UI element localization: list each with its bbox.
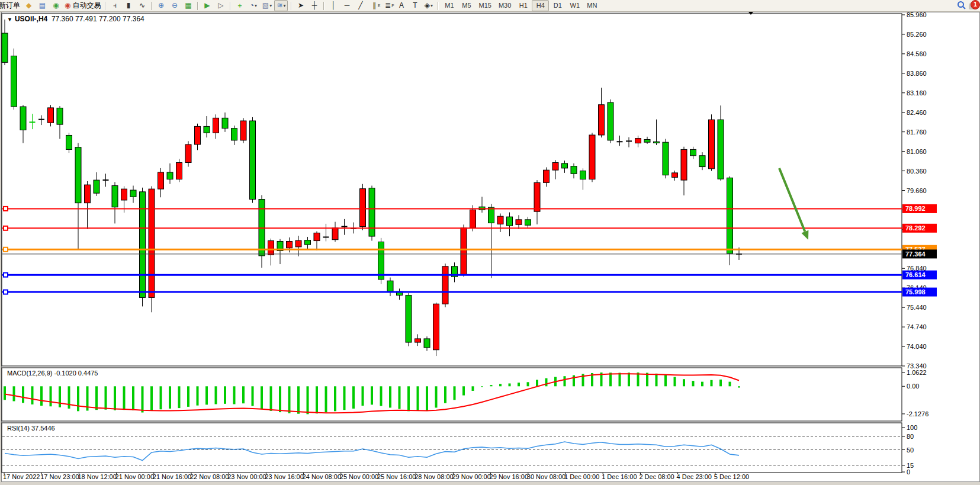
candle [259,200,265,256]
candle [544,170,550,182]
zoom-out-button[interactable]: ⊖ [168,1,181,11]
horizontal-line-button[interactable]: ─ [340,1,353,11]
shapes-dropdown-glyph: ◈ [425,1,430,11]
funds-icon[interactable]: ◆ [23,1,35,11]
template-button[interactable]: ▧▾ [261,1,273,11]
time-label: 2 Dec 08:00 [639,473,674,480]
candle [571,166,577,174]
price-tick-label: 83.860 [907,70,927,77]
bar-chart-icon[interactable]: ⫞ [108,1,121,11]
candle [240,121,246,140]
candle [213,118,219,133]
timeframe-mn[interactable]: MN [583,0,600,11]
candle [406,296,412,342]
candle [727,178,733,253]
candle [507,217,513,226]
rsi-tick-label: 80 [907,433,914,440]
fibonacci-button[interactable]: ≣F [381,1,394,11]
tile-windows-icon[interactable]: ▦ [182,1,194,11]
price-line-badge-label: 75.998 [905,288,926,296]
toolbar-separator [197,2,198,10]
reports-icon[interactable]: ▤ [36,1,49,11]
notification-bubble-icon[interactable]: 1 [969,2,978,9]
funds-icon-glyph: ◆ [26,1,31,11]
time-label: 1 Dec 00:00 [564,473,599,480]
template-glyph: ▧ [262,1,269,11]
candle [149,189,155,297]
signal-icon[interactable]: ◉ [50,1,62,11]
candle [442,266,448,304]
candle [470,210,476,228]
time-label: 23 Nov 00:00 [227,473,266,480]
timeframe-w1[interactable]: W1 [566,0,583,11]
candle-chart-icon-glyph: ▮ [127,1,131,11]
timeframe-h4[interactable]: H4 [532,0,549,11]
line-handle[interactable] [4,207,8,211]
reports-icon-glyph: ▤ [39,1,46,11]
price-tick-label: 74.040 [907,343,927,350]
cursor-glyph: ➤ [298,1,304,11]
chart-shift-button[interactable]: ▷ [214,1,227,11]
timeframe-m15[interactable]: M15 [475,0,494,11]
line-handle[interactable] [4,226,8,230]
text-button[interactable]: A [395,1,407,11]
zoom-out-glyph: ⊖ [172,1,178,11]
candle [424,339,430,348]
line-chart-icon[interactable]: ∿ [136,1,148,11]
toolbar-separator [105,2,105,10]
candle-chart-icon[interactable]: ▮ [122,1,134,11]
timeframe-m5[interactable]: M5 [458,0,475,11]
candle [635,139,641,143]
timeframe-d1[interactable]: D1 [549,0,566,11]
timeframe-m1[interactable]: M1 [441,0,458,11]
timeframe-h1[interactable]: H1 [515,0,532,11]
notification-badge[interactable]: 1 [971,0,980,9]
line-handle[interactable] [4,248,8,252]
add-indicator-button[interactable]: ＋ [233,1,246,11]
line-handle[interactable] [4,273,8,277]
label-glyph: T [413,1,417,11]
macd-tick-label: 1.0622 [907,369,927,376]
line-handle[interactable] [4,290,8,294]
zoom-in-button[interactable]: ⊕ [155,1,167,11]
period-button[interactable]: ◔▾ [247,1,259,11]
time-label: 30 Nov 08:00 [527,473,565,480]
timeframe-m30[interactable]: M30 [495,0,515,11]
candle [387,281,393,291]
candle [222,118,228,128]
channel-button[interactable]: ∥E [368,1,380,11]
candle [20,107,26,130]
candle [663,142,669,175]
candle [654,142,660,143]
shapes-dropdown[interactable]: ◈▾ [422,1,435,11]
vertical-line-button[interactable]: │ [327,1,339,11]
search-icon[interactable] [957,1,966,10]
candle [130,190,136,197]
indicator-window-button[interactable]: ≋▾ [274,0,288,11]
toolbar: 新订单◆▤◉◉自动交易⫞▮∿⊕⊖▦▶▷＋◔▾▧▾≋▾➤┼│─╱∥E≣FAT◈▾M… [0,0,980,12]
candle [489,207,494,223]
crosshair-button[interactable]: ┼ [308,1,320,11]
bar-chart-icon-glyph: ⫞ [113,1,117,11]
crosshair-glyph: ┼ [312,1,317,11]
candle [140,192,146,298]
trendline-button[interactable]: ╱ [354,1,367,11]
auto-scroll-button[interactable]: ▶ [201,1,213,11]
new-order-button[interactable]: 新订单 [0,1,21,11]
candle [204,126,210,133]
candle [360,189,366,227]
rsi-tick-label: 100 [907,424,917,431]
time-label: 18 Nov 12:00 [78,473,116,480]
auto-trading-glyph: ◉ [65,1,70,11]
candle [461,228,467,275]
cursor-button[interactable]: ➤ [294,1,307,11]
time-label: 23 Nov 16:00 [265,473,303,480]
chart-canvas[interactable]: 85.96085.26084.56083.86083.16082.46081.7… [0,0,980,485]
candle [608,102,613,140]
candle [516,220,522,224]
label-button[interactable]: T [409,1,421,11]
time-label: 21 Nov 16:00 [153,473,191,480]
auto-trading-button[interactable]: ◉自动交易 [63,1,102,11]
candle [2,33,8,62]
time-label: 29 Nov 16:00 [490,473,528,480]
